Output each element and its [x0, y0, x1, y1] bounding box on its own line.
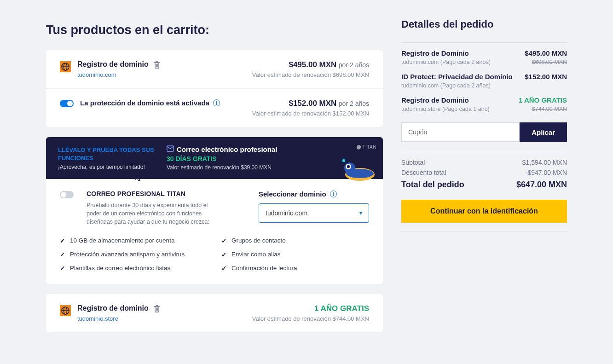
- page-title: Tus productos en el carrito:: [46, 23, 383, 37]
- item-price: $495.00 MXN: [289, 60, 336, 69]
- cart-item-row: Registro de dominio tudominio.com $495.0…: [46, 50, 383, 89]
- summary-item-sub: tudominio.store (Pago cada 1 año): [401, 106, 490, 112]
- check-icon: ✓: [221, 251, 227, 258]
- summary-item-title: Registro de Dominio: [401, 49, 469, 57]
- summary-item-title: ID Protect: Privacidad de Dominio: [401, 73, 513, 81]
- summary-row: ID Protect: Privacidad de Dominio $152.0…: [401, 73, 567, 89]
- check-icon: ✓: [60, 251, 65, 258]
- summary-item-strike: $698.00 MXN: [532, 59, 567, 65]
- mail-icon: [167, 145, 174, 153]
- titan-desc: Pruébalo durante 30 días y experimenta t…: [87, 201, 215, 226]
- continue-button[interactable]: Continuar con la identificación: [401, 200, 567, 223]
- cart-item-card: Registro de dominio tudominio.store 1 AÑ…: [46, 294, 383, 332]
- coupon-input[interactable]: [401, 122, 520, 142]
- protection-period: por 2 años: [339, 100, 369, 107]
- globe-icon: [60, 305, 71, 316]
- feature-item: ✓Protección avanzada antispam y antiviru…: [60, 251, 208, 258]
- protection-toggle[interactable]: [60, 100, 74, 107]
- caret-down-icon: ▾: [359, 210, 362, 216]
- feature-item: ✓Enviar como alias: [221, 251, 369, 258]
- feature-item: ✓Plantillas de correo electrónico listas: [60, 265, 208, 272]
- domain-select-value: tudominio.com: [266, 209, 307, 217]
- item-period: por 2 años: [339, 61, 369, 69]
- subtotal-label: Subtotal: [401, 159, 425, 166]
- titan-section: CORREO PROFESIONAL TITAN Pruébalo durant…: [46, 179, 383, 284]
- apply-coupon-button[interactable]: Aplicar: [520, 122, 567, 142]
- promo-headline: LLÉVALO Y PRUEBA TODAS SUS FUNCIONES: [58, 146, 159, 162]
- titan-toggle[interactable]: [60, 191, 74, 198]
- item-title: Registro de dominio: [77, 304, 149, 312]
- discount-value: -$947.00 MXN: [526, 169, 567, 176]
- summary-item-free: 1 AÑO GRATIS: [519, 96, 567, 104]
- titan-heading: CORREO PROFESIONAL TITAN: [87, 190, 215, 197]
- trash-icon[interactable]: [153, 61, 161, 68]
- item-free-label: 1 AÑO GRATIS: [252, 304, 369, 313]
- protection-renewal: Valor estimado de renovación $152.00 MXN: [252, 110, 369, 117]
- check-icon: ✓: [221, 237, 227, 244]
- total-value: $647.00 MXN: [516, 180, 567, 190]
- item-renewal: Valor estimado de renovación $744.00 MXN: [252, 315, 369, 322]
- svg-point-9: [347, 165, 350, 168]
- summary-row: Registro de Dominio $495.00 MXN tudomini…: [401, 49, 567, 65]
- item-domain-link[interactable]: tudominio.com: [77, 71, 252, 78]
- promo-banner: LLÉVALO Y PRUEBA TODAS SUS FUNCIONES ¡Ap…: [46, 137, 383, 179]
- titan-badge: TITAN: [357, 144, 376, 150]
- summary-item-strike: $744.00 MXN: [532, 106, 567, 112]
- svg-point-11: [342, 159, 345, 162]
- info-icon[interactable]: i: [213, 99, 220, 106]
- domain-select[interactable]: tudominio.com ▾: [259, 203, 369, 223]
- trash-icon[interactable]: [153, 305, 161, 312]
- titan-promo-card: LLÉVALO Y PRUEBA TODAS SUS FUNCIONES ¡Ap…: [46, 137, 383, 284]
- check-icon: ✓: [60, 265, 65, 272]
- globe-icon: [60, 61, 71, 72]
- total-label: Total del pedido: [401, 180, 464, 190]
- feature-item: ✓10 GB de almacenamiento por cuenta: [60, 237, 208, 244]
- check-icon: ✓: [221, 265, 227, 272]
- info-icon[interactable]: i: [330, 191, 337, 197]
- summary-item-price: $495.00 MXN: [525, 49, 567, 57]
- summary-item-title: Registro de Dominio: [401, 96, 469, 104]
- summary-item-sub: tudominio.com (Pago cada 2 años): [401, 82, 491, 89]
- protection-price: $152.00 MXN: [289, 99, 336, 108]
- item-title: Registro de dominio: [77, 60, 149, 69]
- mascot-icon: [337, 155, 377, 181]
- summary-heading: Detalles del pedido: [401, 18, 567, 30]
- summary-item-price: $152.00 MXN: [525, 73, 567, 81]
- check-icon: ✓: [60, 237, 65, 244]
- protection-row: La protección de dominio está activada i…: [46, 89, 383, 127]
- summary-row: Registro de Dominio 1 AÑO GRATIS tudomin…: [401, 96, 567, 112]
- promo-sub: ¡Aprovecha, es por tiempo limitado!: [58, 164, 159, 170]
- discount-label: Descuento total: [401, 169, 446, 176]
- item-domain-link[interactable]: tudominio.store: [77, 315, 252, 322]
- feature-item: ✓Grupos de contacto: [221, 237, 369, 244]
- promo-title: Correo electrónico profesional: [177, 145, 277, 153]
- feature-item: ✓Confirmación de lectura: [221, 265, 369, 272]
- subtotal-value: $1,594.00 MXN: [522, 159, 567, 166]
- cart-item-row: Registro de dominio tudominio.store 1 AÑ…: [46, 294, 383, 332]
- cart-item-card: Registro de dominio tudominio.com $495.0…: [46, 50, 383, 127]
- select-domain-label: Seleccionar dominio: [259, 190, 326, 198]
- summary-item-sub: tudominio.com (Pago cada 2 años): [401, 59, 491, 65]
- protection-label: La protección de dominio está activada: [80, 99, 209, 107]
- item-renewal: Valor estimado de renovación $698.00 MXN: [252, 71, 369, 78]
